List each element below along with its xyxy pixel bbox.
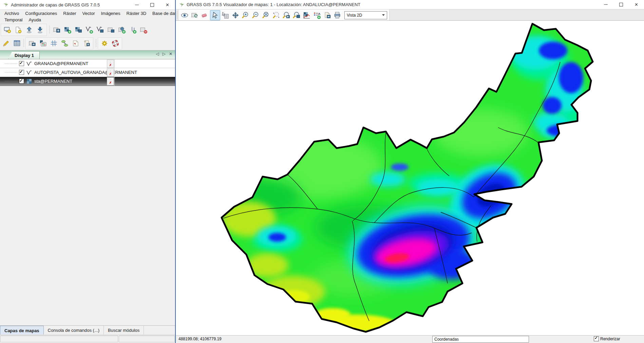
graphical-modeler-button[interactable] [59,38,70,49]
open-workspace-button[interactable] [24,24,35,35]
tab-scroll-right-icon[interactable]: ▷ [163,52,166,56]
maximize-button[interactable] [145,0,160,9]
maximize-button[interactable] [613,0,629,9]
pointer-tool-button[interactable] [210,10,220,20]
layer-remove-mini-button[interactable]: ▫✗ [107,68,114,77]
map-display-window: GRASS GIS 7.0.5 Visualizador de mapas: 1… [175,0,644,343]
zoom-out-button[interactable] [251,10,261,20]
map-display-titlebar[interactable]: GRASS GIS 7.0.5 Visualizador de mapas: 1… [176,0,644,9]
map-display-statusbar: 488199.08; 4106779.19 Coordenadas Render… [176,335,644,343]
graticule-button[interactable] [49,38,59,49]
menu-ayuda[interactable]: Ayuda [25,17,44,23]
add-overlay-button[interactable]: A [312,10,322,20]
save-display-button[interactable] [322,10,332,20]
toolbar-grip [23,39,25,47]
minimize-button[interactable] [129,0,145,9]
desktop: Administrador de capas de GRASS GIS 7.0.… [0,0,644,343]
tab-display-1[interactable]: Display 1 [8,51,40,59]
tab-scroll-left-icon[interactable]: ◁ [156,52,159,56]
menu-imagenes[interactable]: Imágenes [98,10,123,17]
python-console-button[interactable] [81,38,92,49]
layer-label: sta@PERMANENT [34,79,72,84]
map-canvas[interactable] [176,20,644,336]
query-tool-button[interactable] [220,10,230,20]
layer-label: AUTOPISTA_AUTOVIA_GRANADA@PERMANENT [34,70,137,75]
erase-button[interactable] [200,10,210,20]
new-display-button[interactable] [2,24,13,35]
render-display-button[interactable] [179,10,190,20]
statusbar-mode-dropdown[interactable]: Coordenadas [432,336,529,343]
tree-branch [5,72,18,73]
layer-manager-title: Administrador de capas de GRASS GIS 7.0.… [11,2,100,7]
layer-remove-mini-button[interactable]: ▫✗ [107,77,114,85]
attribute-table-button[interactable] [12,38,22,49]
render-checkbox[interactable] [594,336,599,341]
tab-capas-de-mapas[interactable]: Capas de mapas [0,326,44,335]
new-workspace-button[interactable] [13,24,24,35]
menu-raster[interactable]: Ráster [60,10,79,17]
render-label: Renderizar [600,337,620,341]
menu-configuraciones[interactable]: Configuraciones [22,10,60,17]
help-button[interactable] [110,38,121,49]
statusbar-mode-value: Coordenadas [434,337,459,342]
layer-checkbox[interactable] [19,79,24,84]
georectifier-button[interactable] [70,38,81,49]
add-command-layer-button[interactable] [127,24,138,35]
add-various-raster-layers-button[interactable] [73,24,84,35]
layer-row-granada[interactable]: GRANADA@PERMANENT ▫✗ [0,59,175,68]
tab-label: Capas de mapas [4,328,39,333]
add-web-service-layer-button[interactable] [116,24,127,35]
print-button[interactable] [332,10,342,20]
tab-label: Consola de comandos (...) [48,328,99,333]
tab-consola-de-comandos[interactable]: Consola de comandos (...) [44,326,104,335]
add-multiple-layers-button[interactable] [51,24,62,35]
analyze-map-button[interactable] [302,10,312,20]
add-group-layer-button[interactable] [106,24,116,35]
layer-checkbox[interactable] [19,61,24,66]
re-render-button[interactable] [190,10,200,20]
menu-temporal[interactable]: Temporal [1,17,25,23]
zoom-in-button[interactable] [241,10,251,20]
map-display-title: GRASS GIS 7.0.5 Visualizador de mapas: 1… [187,2,360,7]
menu-raster3d[interactable]: Ráster 3D [124,10,150,17]
minimize-button[interactable] [598,0,613,9]
layer-row-sta-selected[interactable]: sta@PERMANENT ▫✗ [0,77,175,86]
display-tabbar: Display 1 ◁ ▷ ✕ [0,50,175,59]
grass-gis-logo-icon [3,2,9,8]
layer-checkbox[interactable] [19,70,24,75]
zoom-back-button[interactable] [281,10,291,20]
remove-layer-button[interactable] [138,24,149,35]
render-toggle[interactable]: Renderizar [594,336,620,341]
add-vector-layer-button[interactable] [84,24,95,35]
close-button[interactable]: ✕ [629,0,644,9]
settings-button[interactable] [99,38,110,49]
zoom-extent-button[interactable] [261,10,271,20]
toolbar-grip [176,11,178,19]
raster-calculator-button[interactable] [38,38,49,49]
pan-tool-button[interactable] [230,10,241,20]
tab-buscar-modulos[interactable]: Buscar módulos [104,326,144,335]
edit-vector-button[interactable] [1,38,12,49]
zoom-to-saved-region-button[interactable] [291,10,302,20]
menu-archivo[interactable]: Archivo [1,10,22,17]
close-button[interactable]: ✕ [160,0,175,9]
layer-manager-titlebar[interactable]: Administrador de capas de GRASS GIS 7.0.… [0,0,175,10]
view-mode-dropdown[interactable]: Vista 2D [344,11,387,19]
layer-remove-mini-button[interactable]: ▫✗ [107,60,114,68]
tree-branch [5,81,18,81]
save-workspace-button[interactable] [35,24,45,35]
coordinates-readout: 488199.08; 4106779.19 [178,337,222,341]
toolbar-grip [49,26,51,34]
raster-layer-icon [26,79,32,84]
chevron-down-icon [382,14,385,16]
map-toolbar: A Vista 2D [179,9,390,21]
menu-vector[interactable]: Vector [79,10,98,17]
statusbar-cell [119,336,175,342]
add-raster-layer-button[interactable] [62,24,73,35]
granada-elevation-map [176,21,644,336]
layer-row-autopista[interactable]: AUTOPISTA_AUTOVIA_GRANADA@PERMANENT ▫✗ [0,68,175,77]
add-various-vector-layers-button[interactable] [95,24,106,35]
zoom-region-button[interactable] [271,10,281,20]
tab-close-icon[interactable]: ✕ [169,52,172,56]
import-layer-button[interactable] [27,38,38,49]
